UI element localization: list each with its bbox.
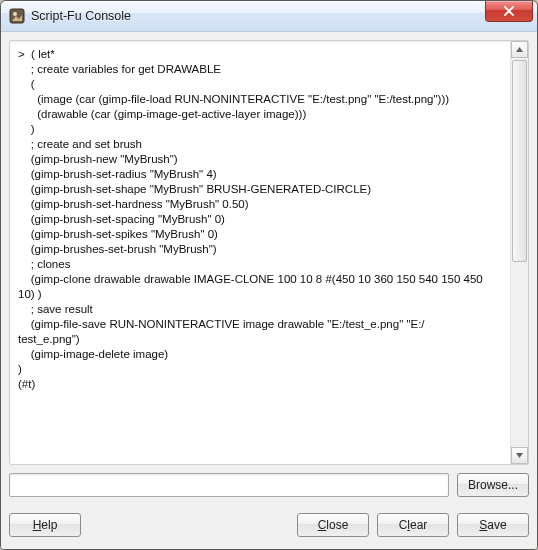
save-button-label-rest: ave — [487, 518, 506, 532]
vertical-scrollbar[interactable] — [510, 41, 528, 464]
close-button-label-rest: lose — [326, 518, 348, 532]
chevron-down-icon — [516, 453, 523, 458]
scroll-thumb[interactable] — [512, 60, 527, 262]
command-input-row: Browse... — [9, 473, 529, 497]
browse-button[interactable]: Browse... — [457, 473, 529, 497]
app-icon — [9, 8, 25, 24]
browse-button-label: Browse... — [468, 478, 518, 492]
help-button-label-rest: elp — [41, 518, 57, 532]
dialog-button-row: Help Close Clear Save — [9, 513, 529, 537]
svg-point-1 — [13, 12, 17, 16]
chevron-up-icon — [516, 47, 523, 52]
console-output[interactable]: > ( let* ; create variables for get DRAW… — [10, 41, 510, 464]
close-window-button[interactable] — [485, 1, 533, 22]
scroll-up-button[interactable] — [511, 41, 528, 58]
client-area: > ( let* ; create variables for get DRAW… — [1, 32, 537, 549]
close-button[interactable]: Close — [297, 513, 369, 537]
help-button[interactable]: Help — [9, 513, 81, 537]
clear-button-label-rest: ear — [410, 518, 427, 532]
close-icon — [503, 6, 515, 16]
window-frame: Script-Fu Console > ( let* ; create vari… — [0, 0, 538, 550]
console-output-frame: > ( let* ; create variables for get DRAW… — [9, 40, 529, 465]
command-input[interactable] — [9, 473, 449, 497]
save-button[interactable]: Save — [457, 513, 529, 537]
scroll-down-button[interactable] — [511, 447, 528, 464]
window-title: Script-Fu Console — [31, 9, 131, 23]
clear-button[interactable]: Clear — [377, 513, 449, 537]
titlebar[interactable]: Script-Fu Console — [1, 1, 537, 32]
scroll-track[interactable] — [511, 58, 528, 447]
